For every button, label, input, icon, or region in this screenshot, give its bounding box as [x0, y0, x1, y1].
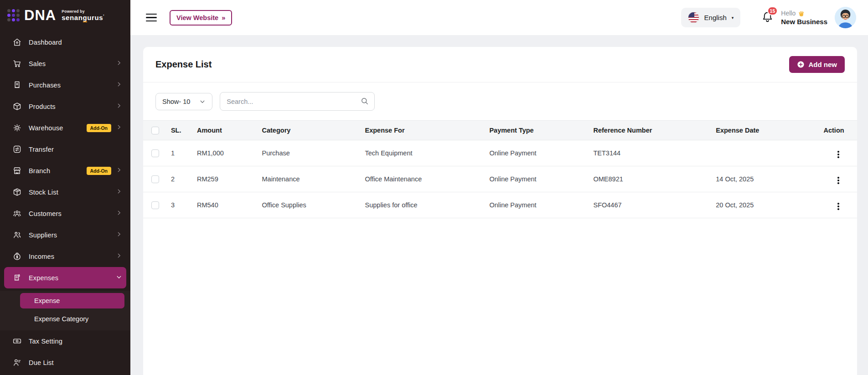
chevron-right-icon — [116, 231, 122, 239]
column-header-category: Category — [258, 121, 362, 140]
column-header-sl: SL. — [167, 121, 193, 140]
chevron-right-icon — [116, 210, 122, 218]
notification-count-badge: 15 — [767, 6, 778, 15]
main-content: Expense List Add new Show- 10 — [130, 35, 868, 375]
home-icon — [12, 37, 22, 47]
top-bar: View Website » English ▾ 15 Hello New Bu… — [130, 0, 868, 35]
cell-date: 14 Oct, 2025 — [712, 166, 820, 192]
sidebar-item-purchases[interactable]: Purchases — [0, 74, 130, 96]
double-arrow-icon: » — [222, 14, 225, 21]
addon-badge: Add-On — [87, 167, 112, 175]
column-header-reference-number: Reference Number — [589, 121, 712, 140]
powered-by-label: Powered by — [62, 9, 104, 14]
card-header: Expense List Add new — [143, 47, 857, 82]
cart-icon — [12, 59, 22, 69]
expense-list-card: Expense List Add new Show- 10 — [143, 47, 857, 375]
row-checkbox[interactable] — [151, 149, 159, 157]
expense-receipt-icon — [12, 273, 22, 283]
notifications-button[interactable]: 15 — [761, 10, 774, 25]
caret-down-icon: ▾ — [732, 15, 734, 20]
view-website-button[interactable]: View Website » — [170, 10, 232, 26]
banknote-icon — [12, 336, 22, 346]
receipt-icon — [12, 80, 22, 90]
expenses-submenu: Expense Expense Category — [0, 291, 130, 330]
submenu-item-expense[interactable]: Expense — [20, 293, 124, 308]
cell-date: 20 Oct, 2025 — [712, 192, 820, 218]
sidebar-item-warehouse[interactable]: Warehouse Add-On — [0, 117, 130, 139]
dna-logo-icon — [7, 9, 20, 21]
table-toolbar: Show- 10 — [143, 82, 857, 113]
cell-reference: SFO4467 — [589, 192, 712, 218]
search-input[interactable] — [220, 92, 375, 111]
expense-table: SL. Amount Category Expense For Payment … — [143, 120, 857, 218]
sidebar: DNA Powered by senangurus' Dashboard Sal… — [0, 0, 130, 375]
user-greeting: Hello New Business — [781, 10, 827, 26]
sidebar-item-transfer[interactable]: Transfer — [0, 139, 130, 160]
cell-amount: RM1,000 — [193, 140, 258, 166]
language-selector[interactable]: English ▾ — [681, 8, 741, 27]
transfer-icon — [12, 144, 22, 154]
business-name: New Business — [781, 18, 827, 26]
table-row: 2 RM259 Maintenance Office Maintenance O… — [143, 166, 857, 192]
language-label: English — [704, 14, 727, 21]
chevron-right-icon — [116, 252, 122, 261]
table-row: 1 RM1,000 Purchase Tech Equipment Online… — [143, 140, 857, 166]
column-header-expense-for: Expense For — [362, 121, 486, 140]
row-checkbox[interactable] — [151, 201, 159, 209]
powered-by-name: senangurus' — [62, 14, 104, 22]
sidebar-item-products[interactable]: Products — [0, 96, 130, 117]
column-header-amount: Amount — [193, 121, 258, 140]
submenu-item-expense-category[interactable]: Expense Category — [0, 311, 130, 327]
hamburger-menu-icon[interactable] — [146, 14, 157, 22]
cell-expense-for: Office Maintenance — [362, 166, 486, 192]
row-checkbox[interactable] — [151, 175, 159, 183]
person-list-icon — [12, 358, 22, 368]
row-actions-kebab-icon[interactable] — [835, 175, 842, 185]
column-header-expense-date: Expense Date — [712, 121, 820, 140]
row-actions-kebab-icon[interactable] — [835, 201, 842, 211]
sidebar-item-suppliers[interactable]: Suppliers — [0, 224, 130, 246]
sidebar-item-dashboard[interactable]: Dashboard — [0, 31, 130, 53]
us-flag-icon — [688, 12, 699, 23]
cell-category: Office Supplies — [258, 192, 362, 218]
sidebar-item-incomes[interactable]: Incomes — [0, 246, 130, 267]
cell-reference: OME8921 — [589, 166, 712, 192]
gear-icon — [12, 123, 22, 133]
user-avatar[interactable] — [835, 7, 856, 28]
sidebar-item-due-list[interactable]: Due List — [0, 352, 130, 373]
sidebar-item-customers[interactable]: Customers — [0, 203, 130, 224]
sidebar-item-expenses[interactable]: Expenses — [4, 267, 126, 288]
cell-sl: 3 — [167, 192, 193, 218]
cell-date — [712, 140, 820, 166]
greeting-text: Hello — [781, 10, 796, 17]
sidebar-item-tax-setting[interactable]: Tax Setting — [0, 330, 130, 352]
chevron-right-icon — [116, 81, 122, 89]
cell-category: Maintenance — [258, 166, 362, 192]
chevron-right-icon — [116, 103, 122, 111]
sidebar-item-sales[interactable]: Sales — [0, 53, 130, 74]
chevron-right-icon — [116, 124, 122, 132]
chevron-right-icon — [116, 188, 122, 196]
wave-hand-icon — [798, 10, 805, 17]
table-row: 3 RM540 Office Supplies Supplies for off… — [143, 192, 857, 218]
cell-reference: TET3144 — [589, 140, 712, 166]
cell-expense-for: Supplies for office — [362, 192, 486, 218]
show-entries-select[interactable]: Show- 10 — [155, 93, 212, 110]
row-actions-kebab-icon[interactable] — [835, 149, 842, 159]
addon-badge: Add-On — [87, 124, 112, 132]
add-new-button[interactable]: Add new — [789, 56, 845, 73]
page-title: Expense List — [155, 59, 212, 70]
cell-expense-for: Tech Equipment — [362, 140, 486, 166]
select-all-checkbox[interactable] — [151, 127, 159, 134]
sidebar-item-branch[interactable]: Branch Add-On — [0, 160, 130, 181]
powered-by-block: Powered by senangurus' — [62, 9, 104, 22]
cell-payment-type: Online Payment — [486, 192, 589, 218]
chevron-down-icon — [116, 274, 122, 282]
cell-amount: RM540 — [193, 192, 258, 218]
brand-logo[interactable]: DNA Powered by senangurus' — [0, 0, 130, 29]
plus-circle-icon — [797, 61, 805, 68]
cell-payment-type: Online Payment — [486, 166, 589, 192]
column-header-payment-type: Payment Type — [486, 121, 589, 140]
sidebar-item-stock-list[interactable]: Stock List — [0, 181, 130, 203]
sidebar-nav: Dashboard Sales Purchases Products Wareh… — [0, 29, 130, 373]
